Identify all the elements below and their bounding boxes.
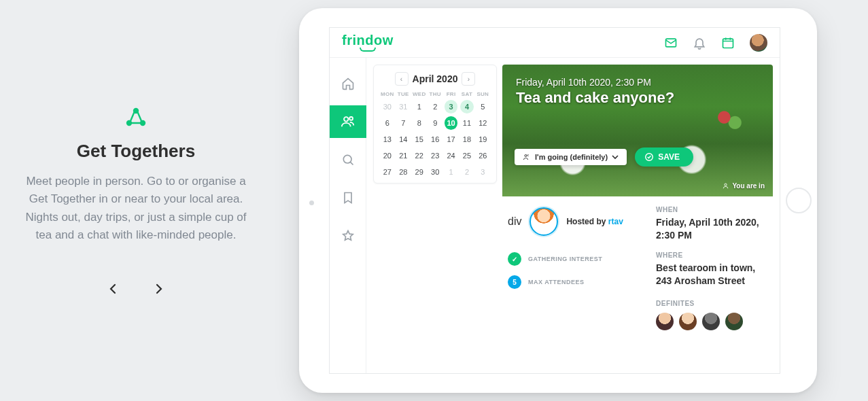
attendee-avatar[interactable] [725, 313, 743, 330]
tablet-camera [309, 201, 314, 205]
stat-gathering: ✓ GATHERING INTEREST [508, 252, 646, 266]
svg-point-0 [134, 109, 138, 113]
calendar-day[interactable]: 25 [460, 149, 473, 162]
calendar-dow: FRI [445, 91, 457, 97]
host-avatar[interactable] [530, 207, 558, 236]
svg-point-6 [349, 117, 353, 120]
calendar-day[interactable]: 2 [429, 100, 442, 114]
going-label: I'm going (definitely) [535, 153, 608, 161]
calendar-day[interactable]: 1 [445, 165, 457, 179]
event-date-line: Friday, April 10th 2020, 2:30 PM [516, 77, 759, 88]
calendar-grid: MONTUEWEDTHUFRISATSUN3031123456789101112… [381, 91, 489, 179]
promo-carousel-nav [108, 283, 164, 294]
calendar-day[interactable]: 1 [413, 100, 426, 114]
tablet-frame: frindow [299, 8, 817, 393]
calendar-prev[interactable]: ‹ [395, 72, 409, 86]
calendar-day[interactable]: 30 [429, 165, 442, 179]
svg-point-7 [343, 155, 351, 163]
calendar-icon[interactable] [721, 36, 735, 50]
attendee-avatar[interactable] [679, 313, 697, 330]
when-value: Friday, April 10th 2020, 2:30 PM [656, 216, 770, 242]
side-rail [330, 58, 366, 373]
svg-point-1 [127, 121, 131, 125]
calendar-day[interactable]: 27 [381, 165, 394, 179]
calendar-dow: SUN [476, 91, 489, 97]
rail-people[interactable] [330, 105, 366, 138]
calendar-day[interactable]: 17 [445, 133, 457, 146]
save-button[interactable]: SAVE [635, 147, 693, 167]
calendar-day[interactable]: 6 [381, 116, 394, 130]
stat-max-attendees: 5 MAX ATTENDEES [508, 275, 646, 289]
calendar-day[interactable]: 18 [460, 133, 473, 146]
calendar-next[interactable]: › [462, 72, 475, 86]
calendar-day[interactable]: 9 [429, 116, 442, 130]
bell-icon[interactable] [693, 36, 706, 50]
promo-title: Get Togethers [77, 141, 195, 162]
calendar-day[interactable]: 26 [476, 149, 489, 162]
calendar-day[interactable]: 12 [476, 116, 489, 130]
calendar-day[interactable]: 2 [460, 165, 473, 179]
calendar-dow: WED [413, 91, 426, 97]
rail-star[interactable] [330, 220, 366, 252]
tablet-home-button [786, 188, 812, 213]
promo-next[interactable] [153, 283, 164, 294]
calendar-dow: THU [429, 91, 442, 97]
status-badge: You are in [722, 182, 765, 190]
check-icon: ✓ [508, 252, 521, 266]
promo-prev[interactable] [108, 283, 119, 294]
calendar-dow: SAT [460, 91, 473, 97]
app-header: frindow [330, 28, 780, 58]
calendar-day[interactable]: 20 [381, 149, 394, 162]
calendar-day[interactable]: 3 [476, 165, 489, 179]
host-prefix: Hosted by [566, 217, 608, 226]
host-text: Hosted by rtav [566, 217, 623, 226]
calendar-dow: TUE [397, 91, 410, 97]
event-hero: Friday, April 10th 2020, 2:30 PM Tea and… [502, 65, 773, 196]
app-screen: frindow [329, 27, 780, 374]
calendar-day[interactable]: 30 [381, 100, 394, 114]
person-icon [722, 182, 729, 190]
rail-search[interactable] [330, 143, 366, 176]
calendar-day[interactable]: 24 [445, 149, 457, 162]
svg-point-8 [525, 155, 527, 157]
calendar-day[interactable]: 8 [413, 116, 426, 130]
calendar-day[interactable]: 7 [397, 116, 410, 130]
user-avatar[interactable] [750, 34, 767, 52]
calendar-day[interactable]: 31 [397, 100, 410, 114]
gathering-label: GATHERING INTEREST [528, 256, 602, 262]
attendee-avatar[interactable] [656, 313, 674, 330]
calendar-month: April 2020 [413, 73, 458, 84]
calendar-day[interactable]: 14 [397, 133, 410, 146]
calendar-day[interactable]: 16 [429, 133, 442, 146]
calendar-day[interactable]: 29 [413, 165, 426, 179]
rail-bookmark[interactable] [330, 181, 366, 214]
calendar-day[interactable]: 21 [397, 149, 410, 162]
save-label: SAVE [658, 152, 680, 162]
svg-point-10 [725, 184, 727, 186]
max-attendees-label: MAX ATTENDEES [528, 279, 585, 285]
calendar-day[interactable]: 15 [413, 133, 426, 146]
rail-home[interactable] [330, 67, 366, 100]
brand-logo[interactable]: frindow [342, 33, 394, 52]
svg-point-2 [141, 121, 145, 125]
host-link[interactable]: rtav [608, 217, 623, 226]
calendar-day[interactable]: 13 [381, 133, 394, 146]
chevron-down-icon [612, 154, 619, 160]
calendar-day[interactable]: 19 [476, 133, 489, 146]
calendar-day[interactable]: 23 [429, 149, 442, 162]
calendar-day[interactable]: 10 [445, 116, 457, 130]
where-value: Best tearoom in town, 243 Arosham Street [656, 262, 770, 287]
calendar-day[interactable]: 22 [413, 149, 426, 162]
check-circle-icon [644, 152, 654, 162]
max-attendees-badge: 5 [508, 275, 521, 289]
calendar-day[interactable]: 3 [445, 100, 457, 114]
mail-icon[interactable] [664, 36, 678, 50]
calendar-day[interactable]: 5 [476, 100, 489, 114]
calendar-day[interactable]: 28 [397, 165, 410, 179]
badge-text: You are in [732, 182, 765, 190]
attendee-avatar[interactable] [702, 313, 720, 330]
calendar-day[interactable]: 4 [460, 100, 473, 114]
going-dropdown[interactable]: I'm going (definitely) [515, 149, 627, 165]
calendar-day[interactable]: 11 [460, 116, 473, 130]
promo-description: Meet people in person. Go to or organise… [19, 173, 253, 244]
